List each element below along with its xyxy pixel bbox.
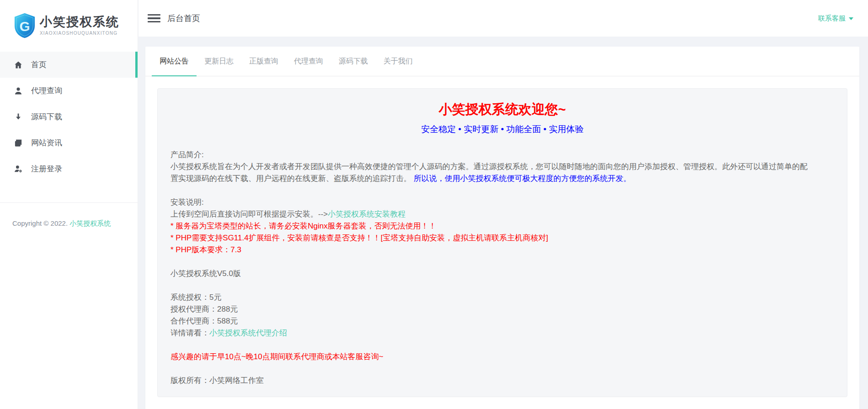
content-line: * PHP需要支持SG11.4扩展组件，安装前请核查是否支持！！[宝塔支持自助安… bbox=[170, 232, 834, 244]
announcement-subtitle: 安全稳定 • 实时更新 • 功能全面 • 实用体验 bbox=[170, 123, 834, 135]
sidebar-item-label: 注册登录 bbox=[31, 164, 62, 174]
tab-bar: 网站公告 更新日志 正版查询 代理查询 源码下载 关于我们 bbox=[145, 47, 859, 76]
text-segment: 版权所有：小笑网络工作室 bbox=[170, 376, 264, 385]
content-line: 小笑授权系统V5.0版 bbox=[170, 268, 834, 280]
sidebar-item-site-news[interactable]: 网站资讯 bbox=[0, 130, 138, 156]
sidebar-item-register-login[interactable]: 注册登录 bbox=[0, 156, 138, 182]
brand-logo[interactable]: G 小笑授权系统 XIAOXIAOSHOUQUANXITONG bbox=[0, 0, 138, 51]
hamburger-icon[interactable] bbox=[148, 14, 160, 22]
tab-label: 源码下载 bbox=[339, 57, 368, 66]
copyright-text: Copyright © 2022. bbox=[12, 219, 69, 227]
text-segment: 置实现源码的在线下载、用户远程的在线更新、盗版系统的追踪打击。 bbox=[170, 174, 414, 183]
text-segment: 详情请看： bbox=[170, 329, 209, 337]
sidebar-item-label: 网站资讯 bbox=[31, 138, 62, 148]
contact-support-label: 联系客服 bbox=[818, 14, 846, 23]
chevron-down-icon bbox=[849, 17, 853, 20]
app-root: G 小笑授权系统 XIAOXIAOSHOUQUANXITONG 首页 代理查询 bbox=[0, 0, 868, 409]
inline-link[interactable]: 小笑授权系统代理介绍 bbox=[209, 329, 287, 337]
sidebar: G 小笑授权系统 XIAOXIAOSHOUQUANXITONG 首页 代理查询 bbox=[0, 0, 138, 409]
text-segment: 授权代理商：288元 bbox=[170, 305, 238, 313]
content-card: 网站公告 更新日志 正版查询 代理查询 源码下载 关于我们 小笑授权系统欢迎您~… bbox=[145, 47, 859, 409]
tab-update-log[interactable]: 更新日志 bbox=[197, 47, 241, 76]
sidebar-copyright: Copyright © 2022. 小笑授权系统 bbox=[0, 203, 138, 229]
sidebar-item-label: 源码下载 bbox=[31, 112, 62, 122]
tab-source-download[interactable]: 源码下载 bbox=[331, 47, 376, 76]
content-line: 安装说明: bbox=[170, 197, 834, 208]
content-line bbox=[170, 363, 834, 375]
content-line: * 服务器为宝塔类型的站长，请务必安装Nginx服务器套装，否则无法使用！！ bbox=[170, 220, 834, 232]
brand-subtitle: XIAOXIAOSHOUQUANXITONG bbox=[40, 31, 119, 36]
text-segment: 合作代理商：588元 bbox=[170, 317, 238, 325]
text-segment: 产品简介: bbox=[170, 150, 204, 159]
content-line: 系统授权：5元 bbox=[170, 292, 834, 303]
tab-label: 更新日志 bbox=[204, 57, 234, 66]
contact-support-dropdown[interactable]: 联系客服 bbox=[818, 14, 853, 23]
svg-text:G: G bbox=[19, 19, 30, 34]
announcement-body: 产品简介:小笑授权系统旨在为个人开发者或者开发团队提供一种高效便捷的管理个人源码… bbox=[170, 149, 834, 387]
text-segment: 上传到空间后直接访问即可根据提示安装。--> bbox=[170, 210, 328, 218]
user-gear-icon bbox=[13, 164, 23, 174]
content-line bbox=[170, 256, 834, 268]
announcement-title: 小笑授权系统欢迎您~ bbox=[170, 101, 834, 117]
content-line: 版权所有：小笑网络工作室 bbox=[170, 375, 834, 387]
text-segment: 安装说明: bbox=[170, 198, 204, 207]
sidebar-menu: 首页 代理查询 源码下载 bbox=[0, 52, 138, 182]
copyright-brand-link[interactable]: 小笑授权系统 bbox=[69, 219, 111, 227]
user-icon bbox=[13, 86, 23, 96]
text-segment: 系统授权：5元 bbox=[170, 293, 221, 302]
content-line: 详情请看：小笑授权系统代理介绍 bbox=[170, 327, 834, 339]
sidebar-item-home[interactable]: 首页 bbox=[0, 52, 138, 78]
content-line bbox=[170, 185, 834, 197]
tab-agent-query[interactable]: 代理查询 bbox=[286, 47, 331, 76]
content-line bbox=[170, 280, 834, 292]
brand-text: 小笑授权系统 XIAOXIAOSHOUQUANXITONG bbox=[40, 16, 119, 36]
content-line: 小笑授权系统旨在为个人开发者或者开发团队提供一种高效便捷的管理个人源码的方案。通… bbox=[170, 161, 834, 173]
tab-about-us[interactable]: 关于我们 bbox=[376, 47, 421, 76]
top-header: 后台首页 联系客服 bbox=[138, 0, 868, 37]
tab-label: 正版查询 bbox=[249, 57, 278, 66]
page-title: 后台首页 bbox=[167, 13, 200, 24]
content-line: 产品简介: bbox=[170, 149, 834, 161]
tab-site-announcement[interactable]: 网站公告 bbox=[152, 47, 197, 76]
content-line: 授权代理商：288元 bbox=[170, 303, 834, 315]
text-segment: * 服务器为宝塔类型的站长，请务必安装Nginx服务器套装，否则无法使用！！ bbox=[170, 222, 437, 230]
sidebar-item-label: 首页 bbox=[31, 59, 47, 70]
announcement-panel: 小笑授权系统欢迎您~ 安全稳定 • 实时更新 • 功能全面 • 实用体验 产品简… bbox=[157, 88, 847, 397]
text-segment: 所以说，使用小笑授权系统便可极大程度的方便您的系统开发。 bbox=[414, 174, 631, 183]
sidebar-item-source-download[interactable]: 源码下载 bbox=[0, 104, 138, 130]
content-line: 感兴趣的请于早10点~晚10点期间联系代理商或本站客服咨询~ bbox=[170, 351, 834, 363]
content-line: * PHP版本要求：7.3 bbox=[170, 244, 834, 256]
sidebar-item-label: 代理查询 bbox=[31, 85, 62, 96]
text-segment: * PHP需要支持SG11.4扩展组件，安装前请核查是否支持！！[宝塔支持自助安… bbox=[170, 234, 548, 242]
tab-label: 网站公告 bbox=[160, 57, 189, 66]
tab-genuine-query[interactable]: 正版查询 bbox=[241, 47, 286, 76]
news-pages-icon bbox=[13, 138, 23, 148]
download-arrow-icon bbox=[13, 112, 23, 122]
home-icon bbox=[13, 60, 23, 70]
text-segment: 小笑授权系统V5.0版 bbox=[170, 269, 241, 278]
content-line: 置实现源码的在线下载、用户远程的在线更新、盗版系统的追踪打击。 所以说，使用小笑… bbox=[170, 173, 834, 185]
inline-link[interactable]: 小笑授权系统安装教程 bbox=[328, 210, 405, 218]
tab-label: 代理查询 bbox=[294, 57, 323, 66]
text-segment: * PHP版本要求：7.3 bbox=[170, 245, 241, 254]
content-line: 上传到空间后直接访问即可根据提示安装。-->小笑授权系统安装教程 bbox=[170, 208, 834, 220]
text-segment: 小笑授权系统旨在为个人开发者或者开发团队提供一种高效便捷的管理个人源码的方案。通… bbox=[170, 162, 808, 171]
brand-title: 小笑授权系统 bbox=[40, 16, 119, 29]
text-segment: 感兴趣的请于早10点~晚10点期间联系代理商或本站客服咨询~ bbox=[170, 352, 383, 361]
tab-label: 关于我们 bbox=[383, 57, 413, 66]
content-line bbox=[170, 339, 834, 351]
shield-g-logo-icon: G bbox=[14, 12, 36, 39]
main-area: 网站公告 更新日志 正版查询 代理查询 源码下载 关于我们 小笑授权系统欢迎您~… bbox=[138, 37, 868, 409]
content-line: 合作代理商：588元 bbox=[170, 315, 834, 327]
sidebar-item-agent-query[interactable]: 代理查询 bbox=[0, 78, 138, 104]
